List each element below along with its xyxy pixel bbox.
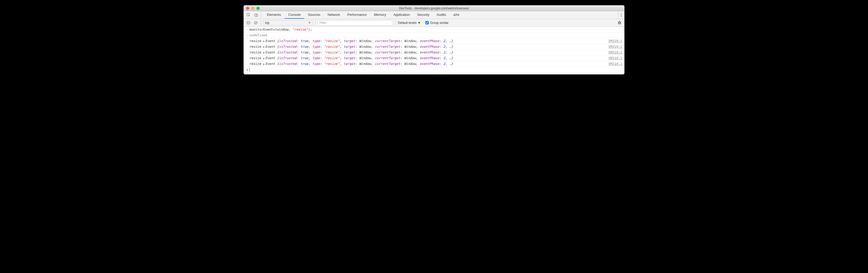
svg-line-5 xyxy=(255,22,257,24)
source-link[interactable]: VM310:1 xyxy=(606,45,622,48)
toggle-sidebar-icon[interactable] xyxy=(246,20,251,26)
group-similar-checkbox[interactable]: Group similar xyxy=(426,21,448,25)
log-content[interactable]: resize ▶Event {isTrusted: true, type: "r… xyxy=(249,45,606,48)
disclosure-triangle-icon[interactable]: ▶ xyxy=(263,63,265,65)
tab-performance[interactable]: Performance xyxy=(344,11,370,19)
log-content[interactable]: resize ▶Event {isTrusted: true, type: "r… xyxy=(249,62,606,66)
tab-console[interactable]: Console xyxy=(285,11,304,19)
disclosure-triangle-icon[interactable]: ▶ xyxy=(263,45,265,48)
source-link[interactable]: VM310:1 xyxy=(606,50,622,54)
console-toolbar: top ▼ Default levels ▼ Group similar xyxy=(244,19,624,27)
chevron-down-icon: ▼ xyxy=(308,21,311,24)
inspect-element-icon[interactable] xyxy=(246,12,251,18)
tab-elements[interactable]: Elements xyxy=(263,11,285,19)
tabs-right-tools xyxy=(618,11,624,19)
log-levels-label: Default levels xyxy=(398,21,416,25)
tab-application[interactable]: Application xyxy=(390,11,414,19)
console-prompt[interactable]: ❯ xyxy=(244,67,624,74)
tab-memory[interactable]: Memory xyxy=(370,11,390,19)
chevron-down-icon: ▼ xyxy=(417,21,421,25)
filter-input[interactable] xyxy=(317,20,393,26)
svg-rect-2 xyxy=(256,14,257,16)
source-link[interactable]: VM310:1 xyxy=(606,62,622,66)
disclosure-triangle-icon[interactable]: ▶ xyxy=(263,57,265,60)
console-log-row: resize ▶Event {isTrusted: true, type: "r… xyxy=(244,49,624,55)
maximize-window-button[interactable] xyxy=(256,7,259,10)
group-similar-label: Group similar xyxy=(430,21,448,25)
console-log-row: resize ▶Event {isTrusted: true, type: "r… xyxy=(244,55,624,61)
console-log-row: resize ▶Event {isTrusted: true, type: "r… xyxy=(244,61,624,67)
window-controls xyxy=(246,7,259,10)
text-caret xyxy=(249,68,250,72)
tab-network[interactable]: Network xyxy=(324,11,344,19)
console-output: › monitorEvents(window, "resize"); ‹ und… xyxy=(244,27,624,74)
group-similar-input[interactable] xyxy=(426,21,429,24)
execution-context-select[interactable]: top ▼ xyxy=(263,20,313,26)
execution-context-value: top xyxy=(265,21,270,25)
tab-security[interactable]: Security xyxy=(413,11,433,19)
tab-axe[interactable]: aXe xyxy=(450,11,463,19)
clear-console-icon[interactable] xyxy=(253,20,258,26)
tab-sources[interactable]: Sources xyxy=(304,11,324,19)
source-link[interactable]: VM310:1 xyxy=(606,56,622,60)
tab-audits[interactable]: Audits xyxy=(433,11,450,19)
console-log-row: resize ▶Event {isTrusted: true, type: "r… xyxy=(244,44,624,49)
disclosure-triangle-icon[interactable]: ▶ xyxy=(263,40,265,42)
titlebar: DevTools - developers.google.com/web/sho… xyxy=(244,5,624,11)
log-levels-select[interactable]: Default levels ▼ xyxy=(398,21,421,25)
log-content[interactable]: resize ▶Event {isTrusted: true, type: "r… xyxy=(249,39,606,43)
input-chevron-icon: › xyxy=(245,28,249,31)
console-input-echo: › monitorEvents(window, "resize"); xyxy=(244,27,624,32)
console-settings-icon[interactable] xyxy=(617,20,622,26)
console-input-text: monitorEvents(window, "resize"); xyxy=(249,28,622,31)
log-content[interactable]: resize ▶Event {isTrusted: true, type: "r… xyxy=(249,50,606,54)
tabs-row: ElementsConsoleSourcesNetworkPerformance… xyxy=(244,11,624,19)
output-arrow-icon: ‹ xyxy=(245,33,249,37)
tabs-left-tools xyxy=(244,11,261,19)
minimize-window-button[interactable] xyxy=(251,7,254,10)
log-content[interactable]: resize ▶Event {isTrusted: true, type: "r… xyxy=(249,56,606,60)
window-title: DevTools - developers.google.com/web/sho… xyxy=(244,6,624,10)
console-log-row: resize ▶Event {isTrusted: true, type: "r… xyxy=(244,38,624,44)
disclosure-triangle-icon[interactable]: ▶ xyxy=(263,51,265,54)
source-link[interactable]: VM310:1 xyxy=(606,39,622,43)
return-value: undefined xyxy=(249,33,267,37)
console-return-row: ‹ undefined xyxy=(244,32,624,38)
device-toolbar-icon[interactable] xyxy=(254,12,259,18)
close-window-button[interactable] xyxy=(246,7,249,10)
devtools-window: DevTools - developers.google.com/web/sho… xyxy=(244,5,624,74)
more-options-icon[interactable] xyxy=(621,13,622,16)
panel-tabs: ElementsConsoleSourcesNetworkPerformance… xyxy=(261,11,618,19)
prompt-chevron-icon: ❯ xyxy=(245,68,249,72)
